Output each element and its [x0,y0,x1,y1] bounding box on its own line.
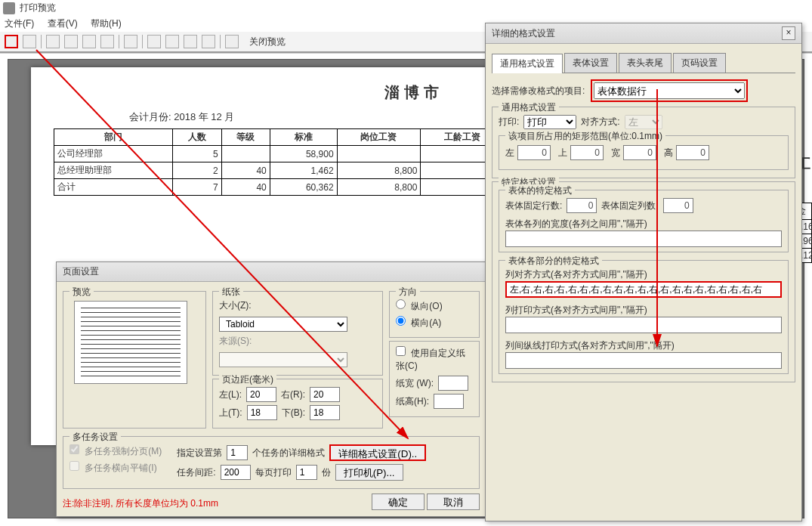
goto-icon[interactable] [124,35,137,48]
spec-nth-label: 指定设置第 [177,447,222,459]
align-select: 左 [625,115,662,129]
paper-source-select [219,352,347,367]
margin-bottom-input[interactable] [310,405,340,420]
printer-button[interactable]: 打印机(P)... [335,464,403,481]
tab-body[interactable]: 表体设置 [564,53,617,73]
app-title: 打印预览 [20,2,56,14]
margin-right-input[interactable] [310,387,340,402]
source-label: 来源(S): [219,335,252,348]
margin-left-label: 左(L): [219,388,242,401]
menu-help[interactable]: 帮助(H) [91,18,122,29]
cancel-button[interactable]: 取消 [427,494,480,510]
table-header: 人数 [173,129,221,146]
task-gap-input[interactable] [221,465,251,480]
parts-group-label: 表体各部分的特定格式 [505,255,602,268]
preview-group-label: 预览 [69,286,94,299]
margin-top-input[interactable] [247,405,277,420]
close-icon[interactable]: × [782,26,795,40]
table-header: 岗位工资 [337,129,421,146]
paper-group-label: 纸张 [219,286,243,299]
nav-next-icon[interactable] [82,35,96,48]
size-label: 大小(Z): [219,299,252,312]
nav-prev-icon[interactable] [64,35,78,48]
detail-title: 详细的格式设置 [492,27,555,40]
ok-button[interactable]: 确定 [372,494,425,510]
margin-top-label: 上(T): [219,407,242,419]
per-page-suffix: 份 [322,466,331,479]
app-icon [3,2,15,14]
paper-w-input [438,376,468,391]
spec-nth-suffix: 个任务的详细格式 [252,447,325,459]
page-setup-icon[interactable] [5,35,18,48]
rect-left [517,145,551,160]
table-cell: 8,800 [337,179,421,196]
zoom-in-icon[interactable] [147,35,161,48]
nav-first-icon[interactable] [46,35,60,48]
table-cell: 60,362 [270,179,337,196]
col-vline-label: 列间纵线打印方式(各对齐方式间用","隔开) [505,340,675,351]
menu-view[interactable]: 查看(V) [48,18,78,29]
portrait-radio[interactable]: 纵向(O) [396,299,443,313]
item-select-label: 选择需修改格式的项目: [492,85,585,97]
tab-common[interactable]: 通用格式设置 [492,54,563,73]
rect-width [623,145,656,160]
nav-last-icon[interactable] [100,35,114,48]
table-header: 等级 [221,129,270,146]
detail-format-button[interactable]: 详细格式设置(D).. [329,444,426,461]
table-cell: 5 [173,146,221,162]
detail-tabs: 通用格式设置 表体设置 表头表尾 页码设置 [492,53,795,73]
common-group-label: 通用格式设置 [499,101,559,114]
rect-height [676,145,709,160]
detail-format-dialog: 详细的格式设置 × 通用格式设置 表体设置 表头表尾 页码设置 选择需修改格式的… [485,23,802,521]
paper-size-select[interactable]: Tabloid [219,317,347,332]
margin-bottom-label: 下(B): [282,407,305,419]
mini-preview [74,301,187,384]
save-icon[interactable] [23,35,36,48]
table-cell: 1,462 [270,162,337,179]
table-cell: 58,900 [270,146,337,162]
per-page-input[interactable] [296,465,317,480]
print-select[interactable]: 打印 [523,115,576,129]
margin-right-label: 右(R): [281,388,305,401]
body-specific-label: 表体的特定格式 [505,184,575,197]
fixed-cols-input [663,198,693,213]
col-vline-input[interactable] [505,352,782,369]
print-label: 打印: [499,116,519,128]
print-icon[interactable] [225,35,239,48]
zoom-100-icon[interactable] [202,35,215,48]
zoom-fit-icon[interactable] [184,35,197,48]
custom-paper-check[interactable]: 使用自定义纸张(C) [396,348,465,371]
multitask-group-label: 多任务设置 [69,431,121,444]
zoom-out-icon[interactable] [165,35,179,48]
col-print-label: 列打印方式(各对齐方式间用","隔开) [505,305,647,315]
page-setup-title: 页面设置 [63,265,99,278]
table-cell: 总经理助理部 [54,162,173,179]
task-gap-label: 任务间距: [177,466,215,479]
tab-headfoot[interactable]: 表头表尾 [619,53,672,73]
rect-top [570,145,604,160]
table-cell: 公司经理部 [54,146,173,162]
margin-group-label: 页边距(毫米) [219,373,276,386]
col-align-label: 列对齐方式(各对齐方式间用","隔开) [505,269,647,280]
table-cell: 合计 [54,179,173,196]
item-select[interactable]: 表体数据行 [594,82,745,99]
table-cell: 8,800 [337,162,421,179]
margin-left-input[interactable] [246,387,276,402]
align-label: 对齐方式: [581,116,619,128]
paper-w-label: 纸宽 (W): [396,377,434,390]
table-cell: 40 [221,162,270,179]
table-cell: 2 [173,162,221,179]
landscape-radio[interactable]: 横向(A) [396,316,441,330]
col-widths-label: 表体各列的宽度(各列之间用","隔开) [505,218,647,229]
menu-file[interactable]: 文件(F) [5,18,34,29]
orient-group-label: 方向 [396,286,420,299]
tab-pagenum[interactable]: 页码设置 [673,53,726,73]
spec-nth-input[interactable] [227,445,248,460]
hspread-check: 多任务横向平铺(I) [69,461,157,475]
close-preview-label[interactable]: 关闭预览 [249,36,286,48]
col-print-input[interactable] [505,317,782,333]
col-widths-input[interactable] [505,231,782,247]
unit-note: 注:除非注明, 所有长度单位均为 0.1mm [63,497,218,510]
table-cell [337,146,421,162]
col-align-input[interactable] [505,281,782,298]
